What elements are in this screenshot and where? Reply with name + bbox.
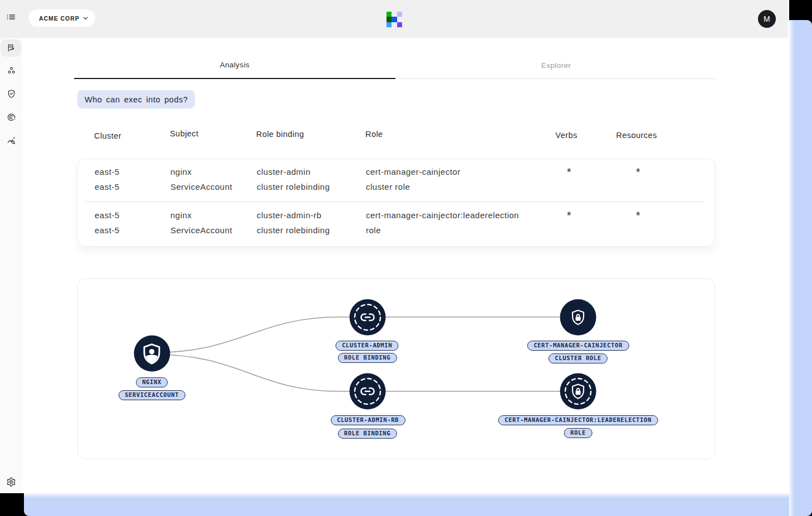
node-label-kind[interactable]: ROLE bbox=[564, 428, 593, 438]
graph-card: NGINX SERVICEACCOUNT CLUSTER-ADMIN ROLE … bbox=[77, 278, 715, 459]
chevron-down-icon bbox=[82, 15, 89, 21]
cell-role: role bbox=[366, 225, 381, 235]
node-label-name[interactable]: CERT-MANAGER-CAINJECTOR:LEADERELECTION bbox=[498, 415, 658, 425]
gear-icon bbox=[6, 477, 16, 487]
cell-role: cert-manager-cainjector:leaderelection bbox=[366, 210, 519, 219]
query-chip-label: Who can exec into pods? bbox=[85, 95, 188, 104]
col-header-role: Role bbox=[365, 130, 383, 139]
node-label-kind[interactable]: ROLE BINDING bbox=[337, 429, 397, 439]
shield-lock-icon bbox=[570, 308, 587, 326]
tab-explorer-label: Explorer bbox=[541, 61, 571, 70]
trend-search-icon bbox=[7, 136, 16, 145]
sidebar-item-insights[interactable] bbox=[0, 131, 22, 150]
graph-node-serviceaccount[interactable] bbox=[134, 336, 170, 372]
col-header-verbs: Verbs bbox=[555, 131, 577, 140]
sidebar bbox=[0, 38, 22, 493]
tab-bar: Analysis Explorer bbox=[74, 53, 717, 79]
avatar-initial: M bbox=[764, 14, 770, 23]
org-name: ACME CORP bbox=[39, 15, 80, 22]
shield-check-icon bbox=[7, 89, 16, 99]
sidebar-item-settings[interactable] bbox=[0, 473, 22, 492]
shield-user-icon bbox=[140, 342, 164, 365]
node-label-kind[interactable]: CLUSTER ROLE bbox=[549, 353, 608, 363]
app-window: ACME CORP M bbox=[0, 0, 789, 493]
logo-square-lavender bbox=[397, 12, 402, 17]
query-chip[interactable]: Who can exec into pods? bbox=[77, 90, 195, 109]
cell-role-binding: cluster-admin-rb bbox=[257, 210, 321, 219]
node-label-kind[interactable]: ROLE BINDING bbox=[337, 353, 397, 363]
node-label-kind[interactable]: SERVICEACCOUNT bbox=[118, 390, 185, 400]
tab-explorer[interactable]: Explorer bbox=[395, 53, 717, 79]
cluster-nodes-icon bbox=[7, 66, 16, 75]
node-label-name[interactable]: NGINX bbox=[136, 377, 168, 387]
node-label-name[interactable]: CERT-MANAGER-CAINJECTOR bbox=[527, 341, 629, 351]
logo-square-azure bbox=[387, 22, 392, 27]
graph-node-cert-manager-cainjector[interactable] bbox=[560, 299, 596, 335]
dashed-ring bbox=[350, 299, 386, 335]
cell-role: cluster role bbox=[366, 182, 410, 191]
tab-analysis[interactable]: Analysis bbox=[74, 53, 395, 79]
sidebar-item-clusters[interactable] bbox=[0, 61, 22, 80]
node-label-name[interactable]: CLUSTER-ADMIN bbox=[335, 341, 398, 351]
logo-square-green bbox=[387, 12, 392, 17]
row-divider bbox=[86, 202, 704, 202]
cell-cluster: east-5 bbox=[95, 225, 120, 235]
backdrop-glow-bottom bbox=[24, 493, 789, 498]
app-logo bbox=[387, 12, 402, 27]
node-label-name[interactable]: CLUSTER-ADMIN-RB bbox=[330, 415, 405, 425]
sidebar-item-threats[interactable] bbox=[0, 107, 22, 126]
col-header-resources: Resources bbox=[616, 131, 657, 140]
graph-node-cluster-admin-rb[interactable] bbox=[350, 374, 386, 410]
col-header-cluster: Cluster bbox=[94, 131, 121, 140]
cell-subject: ServiceAccount bbox=[170, 182, 232, 191]
backdrop-glow-right bbox=[789, 21, 794, 516]
sidebar-item-compliance[interactable] bbox=[0, 84, 22, 103]
cell-subject: nginx bbox=[170, 166, 192, 176]
cell-role-binding: cluster rolebinding bbox=[257, 182, 330, 191]
logo-square-blue bbox=[392, 17, 397, 22]
logo-square-darkgreen bbox=[387, 17, 392, 22]
col-header-role-binding: Role binding bbox=[256, 130, 304, 139]
tab-analysis-label: Analysis bbox=[220, 61, 250, 69]
dashed-ring bbox=[350, 374, 386, 410]
cell-resources: * bbox=[636, 166, 640, 179]
cell-subject: ServiceAccount bbox=[170, 225, 232, 235]
cell-cluster: east-5 bbox=[95, 166, 120, 176]
dashed-ring bbox=[560, 374, 596, 410]
flag-trend-icon bbox=[7, 43, 16, 52]
logo-square-violet bbox=[397, 22, 402, 27]
cell-resources: * bbox=[636, 209, 640, 222]
cell-role: cert-manager-cainjector bbox=[366, 166, 461, 176]
graph-node-cluster-admin[interactable] bbox=[350, 299, 386, 335]
cell-cluster: east-5 bbox=[95, 210, 120, 219]
menu-list-icon[interactable] bbox=[6, 12, 16, 22]
cell-verbs: * bbox=[567, 209, 571, 222]
cell-role-binding: cluster-admin bbox=[257, 166, 311, 176]
graph-node-cert-manager-cainjector-leaderelection[interactable] bbox=[560, 374, 596, 410]
cell-cluster: east-5 bbox=[95, 182, 120, 191]
cell-subject: nginx bbox=[170, 210, 192, 219]
user-avatar[interactable]: M bbox=[758, 10, 776, 28]
col-header-subject: Subject bbox=[170, 129, 199, 138]
org-switcher-button[interactable]: ACME CORP bbox=[28, 9, 95, 27]
topbar: ACME CORP M bbox=[0, 0, 788, 38]
sidebar-item-investigate[interactable] bbox=[1, 40, 21, 57]
radar-alert-icon bbox=[7, 112, 16, 122]
cell-role-binding: cluster rolebinding bbox=[257, 225, 330, 235]
cell-verbs: * bbox=[567, 166, 571, 179]
results-card: east-5 nginx cluster-admin cert-manager-… bbox=[77, 159, 715, 247]
